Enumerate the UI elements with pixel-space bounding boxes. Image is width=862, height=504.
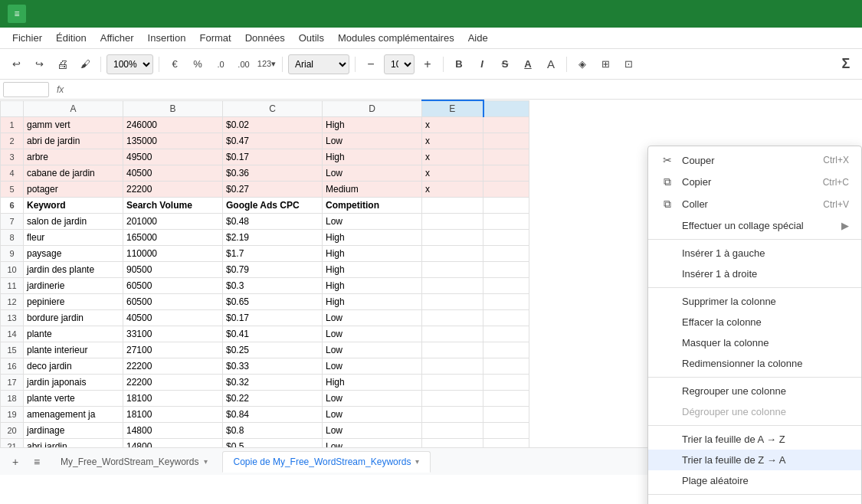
cell[interactable]: $0.47	[223, 133, 323, 149]
cell[interactable]: 246000	[123, 117, 223, 133]
inc-decimals-button[interactable]: .00	[234, 54, 254, 74]
cell-reference[interactable]	[3, 82, 49, 97]
cell[interactable]: 14800	[123, 423, 223, 439]
cell[interactable]: High	[323, 246, 422, 262]
cell[interactable]: 22200	[123, 375, 223, 391]
cell[interactable]: x	[422, 133, 483, 149]
cell[interactable]: Low	[323, 133, 422, 149]
cell[interactable]: x	[422, 149, 483, 165]
cell[interactable]: Low	[323, 214, 422, 230]
cell[interactable]: salon de jardin	[24, 214, 123, 230]
cell[interactable]: jardinerie	[24, 278, 123, 294]
context-menu-item-copy[interactable]: ⧉CopierCtrl+C	[648, 171, 861, 193]
cell[interactable]	[483, 117, 529, 133]
row-number[interactable]: 13	[1, 310, 24, 326]
add-sheet-button[interactable]: +	[6, 453, 25, 471]
context-menu-item-sort-za[interactable]: Trier la feuille de Z → A	[648, 450, 861, 470]
cell[interactable]: $0.79	[223, 262, 323, 278]
cell[interactable]: Low	[323, 310, 422, 326]
cell[interactable]	[483, 165, 529, 182]
font-select[interactable]: Arial	[288, 54, 349, 74]
cell[interactable]	[483, 391, 529, 407]
cell[interactable]: potager	[24, 182, 123, 198]
row-number[interactable]: 1	[1, 117, 24, 133]
cell[interactable]: paysage	[24, 246, 123, 262]
cell[interactable]: pepiniere	[24, 294, 123, 310]
cell[interactable]: $0.02	[223, 117, 323, 133]
row-number[interactable]: 17	[1, 375, 24, 391]
cell[interactable]: 90500	[123, 262, 223, 278]
cell[interactable]: $0.48	[223, 214, 323, 230]
cell[interactable]: $0.65	[223, 294, 323, 310]
menu-format[interactable]: Format	[193, 31, 237, 45]
cell[interactable]: 22200	[123, 358, 223, 375]
cell[interactable]: 33100	[123, 326, 223, 342]
cell[interactable]: 60500	[123, 294, 223, 310]
cell[interactable]: High	[323, 262, 422, 278]
cell[interactable]	[422, 407, 483, 423]
merge-button[interactable]: ⊡	[618, 54, 638, 74]
cell[interactable]: $0.3	[223, 278, 323, 294]
context-menu-item-paste[interactable]: ⧉CollerCtrl+V	[648, 193, 861, 215]
cell[interactable]: High	[323, 117, 422, 133]
row-number[interactable]: 15	[1, 342, 24, 358]
cell[interactable]: Low	[323, 358, 422, 375]
font-increase-button[interactable]: +	[418, 54, 438, 74]
menu-modules[interactable]: Modules complémentaires	[332, 31, 460, 45]
menu-aide[interactable]: Aide	[462, 31, 494, 45]
cell[interactable]: 165000	[123, 230, 223, 246]
cell[interactable]: x	[422, 165, 483, 182]
row-number[interactable]: 4	[1, 165, 24, 182]
cell[interactable]: 110000	[123, 246, 223, 262]
more-formats-button[interactable]: 123▾	[257, 54, 277, 74]
context-menu-item-paste-special[interactable]: Effectuer un collage spécial▶	[648, 215, 861, 236]
col-header-d[interactable]: D	[323, 100, 422, 117]
cell[interactable]: Medium	[323, 182, 422, 198]
cell[interactable]	[483, 358, 529, 375]
cell[interactable]	[483, 182, 529, 198]
cell[interactable]	[422, 246, 483, 262]
cell[interactable]	[422, 214, 483, 230]
cell[interactable]	[483, 342, 529, 358]
context-menu-item-delete-col[interactable]: Supprimer la colonne	[648, 291, 861, 312]
cell[interactable]: Low	[323, 165, 422, 182]
menu-insertion[interactable]: Insertion	[142, 31, 192, 45]
cell[interactable]: $0.32	[223, 375, 323, 391]
cell[interactable]: 18100	[123, 391, 223, 407]
cell[interactable]: plante interieur	[24, 342, 123, 358]
currency-button[interactable]: €	[165, 54, 185, 74]
menu-edition[interactable]: Édition	[50, 31, 93, 45]
context-menu-item-insert-left[interactable]: Insérer 1 à gauche	[648, 243, 861, 263]
cell[interactable]: $0.8	[223, 423, 323, 439]
print-button[interactable]: 🖨	[52, 54, 72, 74]
cell[interactable]	[483, 423, 529, 439]
row-number[interactable]: 6	[1, 198, 24, 214]
cell[interactable]: bordure jardin	[24, 310, 123, 326]
dec-decimals-button[interactable]: .0	[211, 54, 231, 74]
cell[interactable]: $0.25	[223, 342, 323, 358]
cell[interactable]	[422, 391, 483, 407]
cell[interactable]: abri de jardin	[24, 133, 123, 149]
context-menu-item-group-col[interactable]: Regrouper une colonne	[648, 381, 861, 401]
cell[interactable]: 18100	[123, 407, 223, 423]
font-decrease-button[interactable]: −	[361, 54, 381, 74]
row-number[interactable]: 9	[1, 246, 24, 262]
sheet-list-button[interactable]: ≡	[28, 453, 46, 471]
context-menu-item-sort-az[interactable]: Trier la feuille de A → Z	[648, 429, 861, 450]
cell[interactable]: $0.36	[223, 165, 323, 182]
cell[interactable]	[483, 246, 529, 262]
col-header-f[interactable]	[483, 100, 529, 117]
context-menu-item-link[interactable]: Obtenir le lien vers cette plage	[648, 498, 861, 504]
context-menu-item-cut[interactable]: ✂CouperCtrl+X	[648, 149, 861, 171]
cell[interactable]	[422, 198, 483, 214]
cell[interactable]: 60500	[123, 278, 223, 294]
cell[interactable]: Google Ads CPC	[223, 198, 323, 214]
row-number[interactable]: 7	[1, 214, 24, 230]
row-number[interactable]: 19	[1, 407, 24, 423]
menu-fichier[interactable]: Fichier	[6, 31, 48, 45]
cell[interactable]	[483, 133, 529, 149]
zoom-select[interactable]: 100%	[107, 54, 153, 74]
row-number[interactable]: 14	[1, 326, 24, 342]
cell[interactable]: $1.7	[223, 246, 323, 262]
cell[interactable]	[422, 278, 483, 294]
